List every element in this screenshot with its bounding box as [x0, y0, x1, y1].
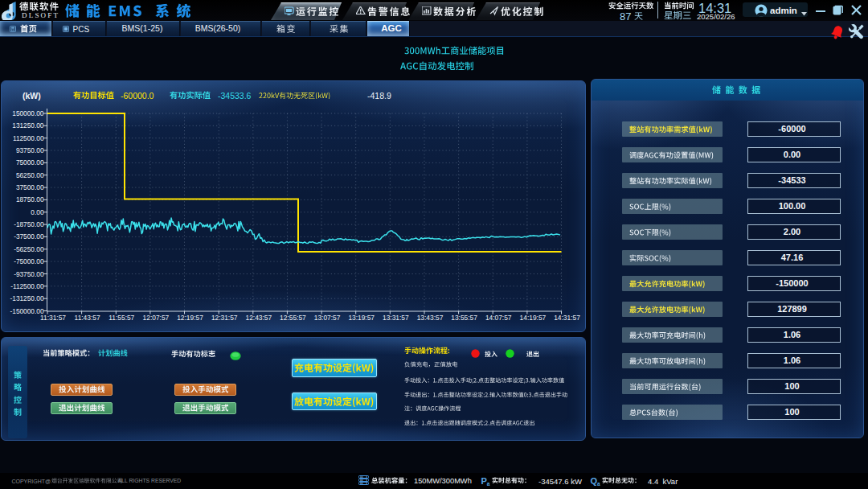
svg-text:-18750.00: -18750.00 — [14, 220, 44, 228]
svg-text:12:07:57: 12:07:57 — [143, 314, 170, 322]
svg-text:-56250.00: -56250.00 — [14, 245, 44, 253]
svg-text:11:31:57: 11:31:57 — [40, 314, 66, 322]
svg-text:150000.00: 150000.00 — [12, 109, 44, 117]
svg-text:-93750.00: -93750.00 — [14, 270, 44, 278]
svg-text:12:43:57: 12:43:57 — [245, 314, 272, 322]
svg-text:112500.00: 112500.00 — [13, 134, 44, 142]
svg-text:93750.00: 93750.00 — [16, 146, 44, 154]
svg-text:13:19:57: 13:19:57 — [348, 314, 375, 322]
svg-text:14:19:57: 14:19:57 — [520, 314, 547, 322]
svg-text:13:55:57: 13:55:57 — [451, 314, 477, 322]
svg-text:12:19:57: 12:19:57 — [177, 314, 203, 322]
svg-text:-112500.00: -112500.00 — [10, 282, 44, 290]
svg-text:14:07:57: 14:07:57 — [485, 314, 512, 322]
svg-text:13:31:57: 13:31:57 — [383, 314, 409, 322]
svg-text:14:31:57: 14:31:57 — [554, 314, 580, 322]
svg-text:12:55:57: 12:55:57 — [280, 314, 306, 322]
svg-text:18750.00: 18750.00 — [16, 195, 44, 203]
svg-text:37500.00: 37500.00 — [16, 183, 44, 191]
svg-text:13:43:57: 13:43:57 — [417, 314, 444, 322]
svg-text:12:31:57: 12:31:57 — [211, 314, 238, 322]
svg-text:56250.00: 56250.00 — [16, 171, 44, 179]
svg-text:-37500.00: -37500.00 — [14, 232, 44, 240]
svg-text:11:43:57: 11:43:57 — [75, 314, 100, 322]
svg-text:11:55:57: 11:55:57 — [108, 314, 134, 322]
svg-text:0.00: 0.00 — [31, 208, 44, 216]
svg-text:13:07:57: 13:07:57 — [314, 314, 341, 322]
svg-text:-75000.00: -75000.00 — [14, 257, 44, 265]
svg-text:-131250.00: -131250.00 — [10, 294, 44, 302]
svg-text:131250.00: 131250.00 — [12, 121, 44, 129]
svg-text:75000.00: 75000.00 — [16, 158, 44, 166]
svg-text:-150000.00: -150000.00 — [10, 307, 44, 315]
